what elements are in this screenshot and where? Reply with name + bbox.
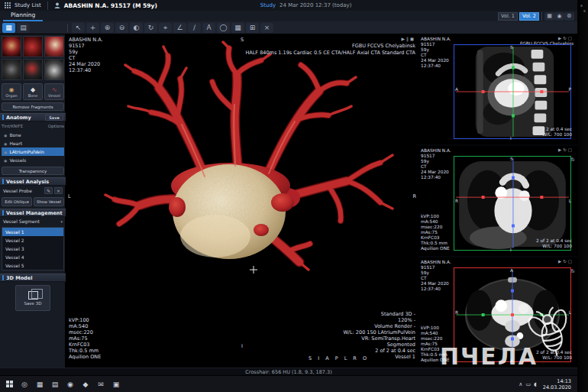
zoom-in-icon[interactable]: ⊕ — [101, 23, 114, 33]
film-icon[interactable]: ▦ — [544, 12, 554, 21]
anatomy-list-item[interactable]: ◉ Vessels — [2, 156, 64, 164]
overlay-line: 24 Mar 2020 — [69, 61, 103, 67]
anatomy-list-item[interactable]: ◉ Heart — [2, 139, 64, 147]
orientation-left: R — [455, 310, 458, 316]
rotate-icon[interactable]: ↻ — [144, 23, 157, 33]
vessel-segment-label: Vessel Segment — [3, 219, 40, 224]
mpr-view-coronal[interactable]: ▶↻▢ ABASHIN N.A.9151759yCT24 Mar 202012:… — [418, 146, 577, 256]
taskbar-clock[interactable]: 14:13 24.03.2020 — [543, 378, 571, 390]
gallery-thumbnail[interactable] — [44, 59, 64, 80]
visibility-icon[interactable]: ◉ — [4, 150, 7, 154]
volume-render-viewport[interactable]: ABASHIN N.A.9151759yCT24 Mar 202012:37:4… — [66, 34, 418, 368]
mpr-layout-icon[interactable]: ▦ — [231, 23, 244, 33]
delete-icon[interactable]: × — [54, 187, 63, 194]
network-icon[interactable]: ▭ — [525, 381, 531, 387]
cine-stop-icon[interactable]: ◼ — [410, 36, 415, 41]
save-3d-button[interactable]: Save 3D — [15, 285, 50, 311]
vol-1-button[interactable]: Vol. 1 — [498, 12, 518, 21]
vessel-button[interactable]: ∿ Vessel — [44, 83, 64, 100]
tab-planning[interactable]: Planning — [3, 11, 43, 21]
model-panel-title: 3D Model — [6, 275, 32, 281]
pan-tool-icon[interactable]: + — [86, 23, 99, 33]
file-explorer-icon[interactable]: ▤ — [47, 377, 63, 391]
anatomy-list-item[interactable]: ◉ Bone — [2, 131, 64, 139]
study-list-tab[interactable]: Study List — [15, 2, 41, 8]
window-level-icon[interactable]: ◐ — [130, 23, 143, 33]
overlay-line: CT — [421, 53, 451, 58]
study-date: 24 Mar 2020 12:37 (today) — [279, 2, 351, 8]
show-vessel-button[interactable]: Show Vessel — [34, 197, 64, 206]
app-icon-2[interactable]: ▣ — [108, 377, 124, 391]
options-label[interactable]: Options — [48, 124, 64, 128]
task-view-icon[interactable]: ▦ — [32, 377, 47, 391]
orientation-top: A — [510, 268, 513, 274]
visibility-icon[interactable]: ◉ — [4, 158, 7, 163]
gallery-thumbnail[interactable] — [2, 59, 21, 80]
save-3d-label: Save 3D — [24, 301, 42, 306]
gallery-thumbnail[interactable] — [44, 36, 64, 57]
visibility-icon[interactable]: ◉ — [4, 133, 7, 138]
vol-2-button[interactable]: Vol. 2 — [519, 12, 539, 21]
overlay-line: 91517 — [421, 42, 451, 47]
visibility-icon[interactable]: ◉ — [4, 141, 7, 146]
grid-icon[interactable]: ⊞ — [246, 23, 259, 33]
overlay-line: 12:37:40 — [421, 63, 451, 69]
annotate-icon[interactable]: A — [202, 23, 215, 33]
maximize-view-icon[interactable]: ▢ — [568, 36, 573, 40]
mail-icon[interactable]: ✉ — [93, 377, 108, 391]
ruler-icon[interactable]: ∕ — [188, 23, 201, 33]
angle-icon[interactable]: ∠ — [173, 23, 186, 33]
maximize-view-icon[interactable]: ▢ — [568, 147, 573, 152]
snapshot-icon[interactable]: ◉ — [554, 12, 564, 21]
reset-view-icon[interactable]: ↻ — [563, 147, 568, 152]
vessel-list-item[interactable]: Vessel 3 — [2, 245, 63, 253]
mpr-view-sagittal[interactable]: ▶↻▢ ABASHIN N.A.9151759yCT24 Mar 202012:… — [418, 34, 577, 144]
crosshair-icon[interactable]: ⌖ — [159, 23, 172, 33]
clear-icon[interactable]: × — [260, 23, 273, 33]
select-tool-icon[interactable]: ↖ — [72, 23, 85, 33]
monitor-bezel — [577, 0, 588, 392]
divider — [47, 2, 48, 10]
chevron-down-icon[interactable]: ▾ — [60, 219, 63, 224]
gallery-thumbnail[interactable] — [23, 59, 43, 80]
anatomy-list-item[interactable]: ◉ LAtriumPulVein — [2, 147, 64, 156]
zoom-out-icon[interactable]: ⊖ — [115, 23, 128, 33]
ellipse-roi-icon[interactable]: ◯ — [217, 23, 230, 33]
maximize-view-icon[interactable]: ▢ — [568, 259, 573, 264]
tint-label[interactable]: Tint/KNIFE — [2, 124, 23, 128]
bezel-dot — [580, 5, 583, 7]
overlay-line: 91517 — [421, 154, 451, 159]
overlay-line: ABASHIN N.A. — [69, 37, 103, 43]
reset-view-icon[interactable]: ↻ — [563, 259, 568, 264]
vessel-list-item[interactable]: Vessel 5 — [2, 261, 63, 270]
reset-view-icon[interactable]: ↻ — [563, 36, 568, 40]
save-anatomy-button[interactable]: Save — [45, 115, 63, 121]
bone-button[interactable]: ◆ Bone — [23, 83, 43, 100]
transparency-button[interactable]: Transparency — [2, 167, 64, 175]
frame-count-overlay: 2 of 2 at 0.4 sec — [536, 238, 572, 244]
gallery-thumbnail[interactable] — [2, 36, 21, 57]
vessel-list-item[interactable]: Vessel 1 — [2, 228, 63, 236]
vessel-list-item[interactable]: Vessel 4 — [2, 253, 63, 261]
edit-oblique-button[interactable]: Edit Oblique — [2, 197, 32, 206]
ct-image-coronal[interactable] — [454, 156, 571, 251]
overlay-line: KrnFC03 — [421, 235, 450, 241]
layout-grid-icon[interactable]: ▦ — [2, 23, 15, 33]
search-icon[interactable]: ◎ — [17, 377, 32, 391]
app-icon-1[interactable]: ◆ — [78, 377, 93, 391]
study-label[interactable]: Study — [260, 2, 276, 8]
layout-rows-icon[interactable]: ▤ — [17, 23, 30, 33]
tray-expand-icon[interactable]: ∧ — [519, 381, 522, 387]
settings-icon[interactable]: ⚙ — [564, 12, 574, 21]
apps-grid-icon[interactable] — [5, 2, 11, 8]
gallery-thumbnail[interactable] — [23, 36, 43, 57]
volume-icon[interactable]: ◖ — [534, 381, 537, 387]
start-button[interactable] — [2, 377, 17, 391]
organ-button[interactable]: ◉ Organ — [2, 83, 21, 100]
edit-icon[interactable]: ✎ — [44, 187, 53, 194]
vessel-probe-label[interactable]: Vessel Probe — [3, 188, 32, 193]
remove-fragments-button[interactable]: Remove Fragments — [2, 102, 64, 111]
vessel-list-item[interactable]: Vessel 2 — [2, 236, 63, 245]
browser-icon[interactable]: ◉ — [63, 377, 78, 391]
ct-image-sagittal[interactable] — [454, 44, 571, 139]
